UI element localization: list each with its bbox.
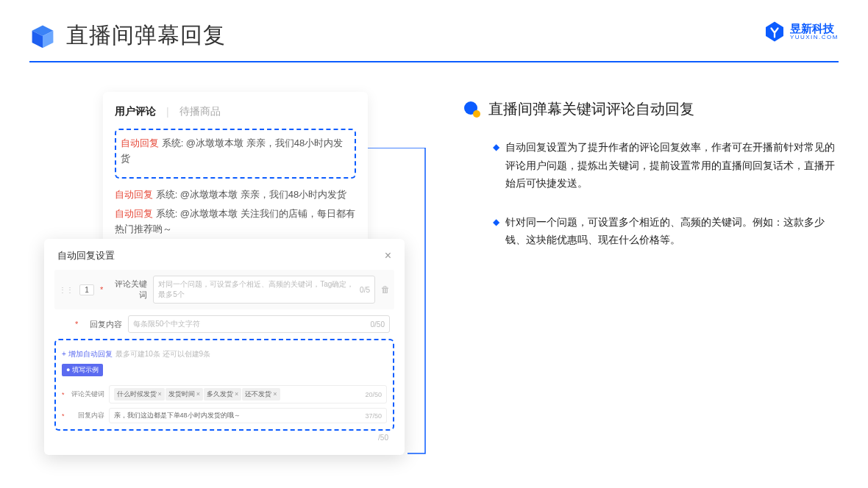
dialog-title: 自动回复设置 bbox=[57, 249, 115, 262]
index-badge: 1 bbox=[79, 284, 94, 295]
comment-item: 自动回复 系统: @冰墩墩本墩 亲亲，我们48小时内发货 bbox=[115, 187, 356, 203]
auto-reply-tag: 自动回复 bbox=[121, 137, 159, 148]
add-hint: 最多可建10条 还可以创建9条 bbox=[115, 350, 210, 358]
bullet-point: ◆针对同一个问题，可设置多个相近的、高频的关键词。例如：这款多少钱、这块能优惠吗… bbox=[463, 213, 839, 249]
brand-logo: 昱新科技YUUXIN.COM bbox=[764, 21, 839, 43]
example-section: + 增加自动回复最多可建10条 还可以创建9条 ● 填写示例 * 评论关键词 什… bbox=[54, 339, 394, 431]
svg-point-5 bbox=[473, 110, 480, 118]
tab-user-comments[interactable]: 用户评论 bbox=[115, 105, 156, 118]
required-star: * bbox=[75, 320, 78, 329]
bullet-point: ◆自动回复设置为了提升作者的评论回复效率，作者可在开播前针对常见的评论用户问题，… bbox=[463, 138, 839, 193]
keyword-tag[interactable]: 多久发货 bbox=[204, 388, 241, 401]
add-auto-reply-link[interactable]: + 增加自动回复 bbox=[62, 350, 113, 358]
drag-handle-icon[interactable]: ⋮⋮ bbox=[59, 286, 74, 294]
ex-keyword-label: 评论关键词 bbox=[69, 390, 104, 399]
keyword-tag[interactable]: 什么时候发货 bbox=[114, 388, 165, 401]
keyword-tag[interactable]: 发货时间 bbox=[166, 388, 203, 401]
example-badge: ● 填写示例 bbox=[62, 364, 103, 376]
cube-icon bbox=[29, 23, 56, 49]
logo-en: YUUXIN.COM bbox=[790, 35, 839, 40]
close-icon[interactable]: × bbox=[385, 249, 391, 262]
chat-bubble-icon bbox=[463, 101, 481, 118]
ex-reply-box: 亲，我们这边都是下单48小时内发货的哦～37/50 bbox=[109, 408, 387, 423]
ex-reply-label: 回复内容 bbox=[69, 411, 104, 420]
required-star: * bbox=[100, 285, 103, 294]
logo-icon bbox=[764, 21, 786, 43]
tab-products[interactable]: 待播商品 bbox=[179, 105, 221, 118]
footer-count: /50 bbox=[54, 431, 394, 442]
keyword-label: 评论关键词 bbox=[109, 279, 147, 301]
comment-item: 自动回复 系统: @冰墩墩本墩 关注我们的店铺，每日都有热门推荐哟～ bbox=[115, 207, 356, 237]
reply-input[interactable]: 每条限50个中文字符0/50 bbox=[128, 315, 390, 333]
section-title: 直播间弹幕关键词评论自动回复 bbox=[488, 99, 694, 119]
logo-cn: 昱新科技 bbox=[790, 23, 839, 34]
diamond-icon: ◆ bbox=[493, 213, 499, 249]
page-title: 直播间弹幕回复 bbox=[66, 21, 226, 51]
delete-icon[interactable]: 🗑 bbox=[381, 284, 390, 295]
reply-label: 回复内容 bbox=[84, 319, 122, 330]
highlighted-comment: 自动回复 系统: @冰墩墩本墩 亲亲，我们48小时内发货 bbox=[115, 129, 356, 179]
auto-reply-settings-dialog: 自动回复设置 × ⋮⋮ 1 * 评论关键词 对同一个问题，可设置多个相近、高频的… bbox=[44, 239, 405, 455]
keyword-input[interactable]: 对同一个问题，可设置多个相近、高频的关键词，Tag确定，最多5个0/5 bbox=[153, 276, 375, 304]
ex-keyword-box: 什么时候发货 发货时间 多久发货 还不发货 20/50 bbox=[109, 385, 387, 403]
tab-separator: | bbox=[166, 106, 169, 118]
keyword-tag[interactable]: 还不发货 bbox=[242, 388, 280, 401]
diamond-icon: ◆ bbox=[493, 138, 499, 193]
